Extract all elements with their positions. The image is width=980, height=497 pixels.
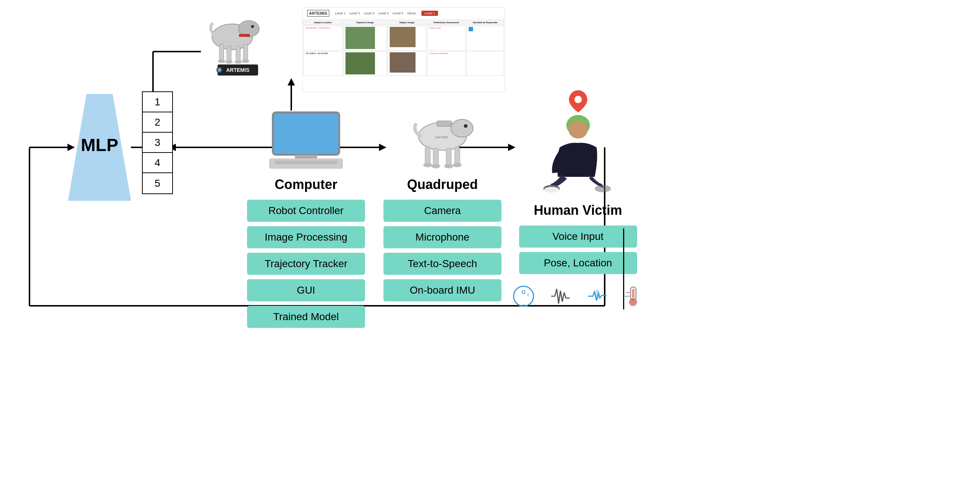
svg-marker-7 bbox=[288, 78, 295, 86]
num-box-2: 2 bbox=[143, 113, 172, 133]
svg-line-67 bbox=[560, 291, 562, 302]
num-box-4: 4 bbox=[143, 153, 172, 173]
svg-rect-22 bbox=[227, 46, 231, 62]
hw-camera: Camera bbox=[383, 200, 501, 222]
victim-pose-location: Pose, Location bbox=[519, 252, 637, 274]
mlp-container: MLP bbox=[68, 94, 131, 201]
svg-point-51 bbox=[444, 164, 453, 168]
svg-point-52 bbox=[453, 163, 461, 167]
svg-point-33 bbox=[218, 68, 221, 72]
svg-text:O: O bbox=[522, 289, 526, 295]
svg-rect-20 bbox=[239, 34, 250, 37]
num-box-1: 1 bbox=[143, 92, 172, 113]
victim-input-boxes: Voice Input Pose, Location bbox=[519, 225, 637, 274]
numbered-boxes: 1 2 3 4 5 bbox=[142, 91, 173, 194]
svg-point-49 bbox=[423, 163, 432, 167]
sw-gui: GUI bbox=[247, 279, 365, 302]
svg-line-69 bbox=[564, 292, 566, 298]
svg-point-27 bbox=[234, 60, 242, 64]
svg-rect-40 bbox=[275, 160, 337, 164]
svg-rect-72 bbox=[632, 289, 635, 298]
svg-point-73 bbox=[629, 299, 637, 306]
svg-point-42 bbox=[451, 119, 473, 137]
waveform-icon bbox=[549, 285, 571, 307]
svg-rect-47 bbox=[446, 148, 451, 166]
svg-rect-43 bbox=[437, 121, 452, 126]
svg-point-26 bbox=[225, 60, 233, 64]
heartbeat-icon bbox=[586, 285, 608, 307]
svg-point-59 bbox=[544, 187, 559, 193]
quadruped-label: Quadruped bbox=[407, 177, 478, 192]
hardware-boxes: Camera Microphone Text-to-Speech On-boar… bbox=[383, 200, 501, 302]
sw-robot-controller: Robot Controller bbox=[247, 200, 365, 222]
sw-trajectory-tracker: Trajectory Tracker bbox=[247, 253, 365, 275]
thermometer-icon bbox=[623, 285, 643, 307]
svg-text:MLP: MLP bbox=[81, 135, 118, 155]
artemis-screenshot: ARTEMIS Level 1 Level 2 Level 3 Level 4 … bbox=[302, 7, 505, 92]
svg-rect-37 bbox=[275, 114, 337, 153]
victim-voice-input: Voice Input bbox=[519, 225, 637, 248]
software-boxes: Robot Controller Image Processing Trajec… bbox=[247, 200, 365, 328]
svg-rect-24 bbox=[243, 44, 248, 61]
human-victim-image bbox=[530, 114, 626, 199]
svg-point-28 bbox=[242, 59, 249, 63]
artemis-data-table: Subject Location Trajectory Image Subjec… bbox=[303, 19, 505, 77]
svg-point-50 bbox=[431, 164, 440, 168]
artemis-robot-image: ARTEMIS bbox=[192, 7, 273, 86]
hw-microphone: Microphone bbox=[383, 226, 501, 248]
svg-line-66 bbox=[558, 291, 560, 303]
svg-point-25 bbox=[218, 59, 225, 63]
computer-label: Computer bbox=[275, 177, 337, 192]
computer-icon bbox=[267, 111, 345, 173]
svg-point-58 bbox=[595, 185, 611, 192]
hw-imu: On-board IMU bbox=[383, 279, 501, 302]
svg-rect-46 bbox=[433, 148, 438, 166]
quadruped-image: UNITREE bbox=[400, 107, 485, 173]
svg-text:2: 2 bbox=[527, 292, 529, 297]
o2-sensor-icon: O 2 bbox=[512, 285, 535, 307]
victim-label: Human Victim bbox=[534, 203, 622, 218]
artemis-nav-links: Level 1 Level 2 Level 3 Level 4 Level 5 … bbox=[335, 11, 416, 15]
svg-point-56 bbox=[568, 121, 588, 138]
sw-trained-model: Trained Model bbox=[247, 306, 365, 328]
svg-line-65 bbox=[557, 289, 558, 303]
svg-rect-45 bbox=[425, 147, 430, 165]
num-box-5: 5 bbox=[143, 173, 172, 194]
svg-line-68 bbox=[562, 292, 564, 302]
svg-point-53 bbox=[464, 124, 468, 128]
svg-rect-48 bbox=[455, 147, 460, 165]
svg-point-29 bbox=[251, 25, 254, 28]
quadruped-section: UNITREE Quadruped Camera Microphone Text… bbox=[383, 107, 501, 302]
hw-tts: Text-to-Speech bbox=[383, 253, 501, 275]
level1-button[interactable]: Level 1 bbox=[422, 11, 438, 16]
num-box-3: 3 bbox=[143, 133, 172, 153]
location-pin-icon bbox=[567, 89, 589, 114]
computer-section: Computer Robot Controller Image Processi… bbox=[247, 111, 365, 328]
sw-image-processing: Image Processing bbox=[247, 226, 365, 248]
svg-rect-23 bbox=[236, 46, 240, 62]
svg-text:ARTEMIS: ARTEMIS bbox=[226, 67, 250, 73]
svg-point-54 bbox=[574, 96, 582, 103]
vertical-divider bbox=[623, 229, 624, 310]
svg-rect-21 bbox=[220, 44, 224, 61]
svg-rect-38 bbox=[295, 155, 317, 159]
artemis-logo: ARTEMIS bbox=[307, 10, 329, 17]
svg-text:UNITREE: UNITREE bbox=[435, 136, 448, 139]
